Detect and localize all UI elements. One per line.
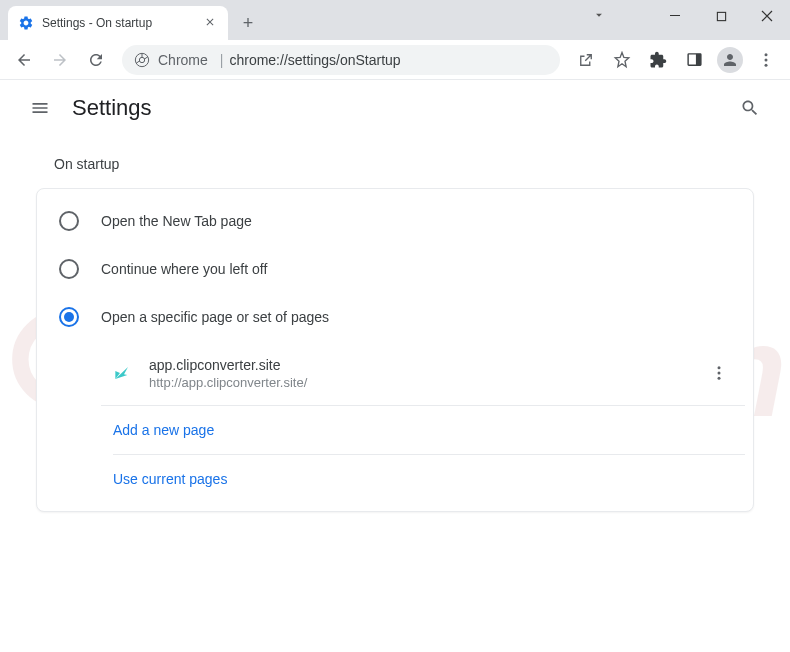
svg-point-6 <box>765 53 768 56</box>
startup-card: Open the New Tab page Continue where you… <box>36 188 754 512</box>
radio-icon-selected <box>59 307 79 327</box>
section-title: On startup <box>54 156 754 172</box>
address-separator: | <box>220 52 224 68</box>
settings-header: Settings <box>0 80 790 136</box>
svg-point-8 <box>765 63 768 66</box>
hamburger-menu-icon[interactable] <box>20 88 60 128</box>
svg-rect-5 <box>695 54 700 65</box>
profile-avatar[interactable] <box>714 44 746 76</box>
reload-button[interactable] <box>80 44 112 76</box>
minimize-button[interactable] <box>652 0 698 32</box>
use-current-pages-link[interactable]: Use current pages <box>113 455 745 503</box>
extensions-icon[interactable] <box>642 44 674 76</box>
svg-point-11 <box>718 366 721 369</box>
forward-button[interactable] <box>44 44 76 76</box>
svg-point-13 <box>718 377 721 380</box>
radio-icon <box>59 259 79 279</box>
svg-point-7 <box>765 58 768 61</box>
address-bar[interactable]: Chrome | chrome://settings/onStartup <box>122 45 560 75</box>
radio-icon <box>59 211 79 231</box>
option-specific-pages[interactable]: Open a specific page or set of pages <box>37 293 753 341</box>
new-tab-button[interactable]: + <box>234 9 262 37</box>
page-title: Settings <box>72 95 730 121</box>
chevron-down-icon[interactable] <box>592 8 606 26</box>
window-titlebar: Settings - On startup + <box>0 0 790 40</box>
address-url: chrome://settings/onStartup <box>229 52 400 68</box>
tab-title: Settings - On startup <box>42 16 202 30</box>
close-tab-icon[interactable] <box>202 13 218 33</box>
add-new-page-link[interactable]: Add a new page <box>113 406 745 455</box>
browser-toolbar: Chrome | chrome://settings/onStartup <box>0 40 790 80</box>
share-icon[interactable] <box>570 44 602 76</box>
option-label: Open a specific page or set of pages <box>101 309 329 325</box>
svg-point-3 <box>139 57 144 62</box>
site-favicon-icon <box>113 364 131 382</box>
settings-content: On startup Open the New Tab page Continu… <box>0 136 790 532</box>
option-label: Open the New Tab page <box>101 213 252 229</box>
scheme-label: Chrome <box>158 52 208 68</box>
startup-page-row: app.clipconverter.site http://app.clipco… <box>101 341 745 406</box>
svg-rect-0 <box>670 15 680 16</box>
search-icon[interactable] <box>730 88 770 128</box>
page-name: app.clipconverter.site <box>149 357 701 373</box>
gear-icon <box>18 15 34 31</box>
window-controls <box>652 0 790 32</box>
option-open-new-tab[interactable]: Open the New Tab page <box>37 197 753 245</box>
page-url: http://app.clipconverter.site/ <box>149 375 701 390</box>
page-row-menu-button[interactable] <box>701 355 737 391</box>
chrome-icon <box>134 52 150 68</box>
maximize-button[interactable] <box>698 0 744 32</box>
back-button[interactable] <box>8 44 40 76</box>
kebab-menu-icon[interactable] <box>750 44 782 76</box>
close-window-button[interactable] <box>744 0 790 32</box>
avatar-icon <box>717 47 743 73</box>
page-info: app.clipconverter.site http://app.clipco… <box>149 357 701 390</box>
browser-tab[interactable]: Settings - On startup <box>8 6 228 40</box>
option-label: Continue where you left off <box>101 261 267 277</box>
svg-rect-1 <box>717 12 725 20</box>
svg-point-12 <box>718 372 721 375</box>
sidepanel-icon[interactable] <box>678 44 710 76</box>
bookmark-star-icon[interactable] <box>606 44 638 76</box>
option-continue[interactable]: Continue where you left off <box>37 245 753 293</box>
